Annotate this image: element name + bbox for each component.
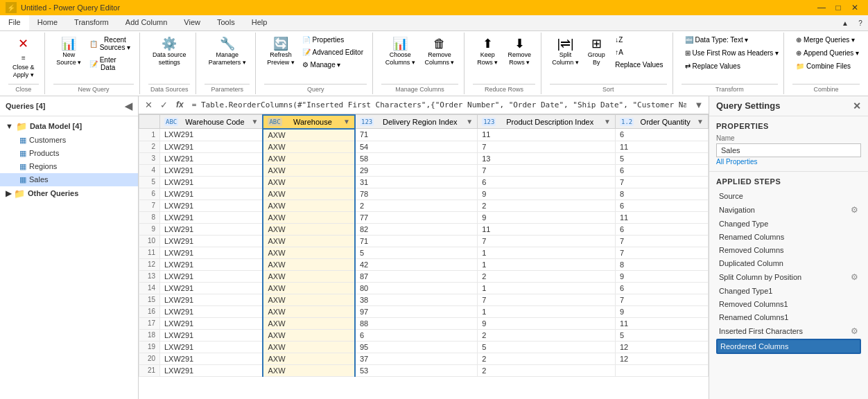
sidebar-item-products[interactable]: ▦ Products <box>0 147 138 160</box>
sort-desc-button[interactable]: ↓Z <box>611 34 666 46</box>
tab-tools[interactable]: Tools <box>209 15 243 30</box>
ribbon-help-icon[interactable]: ? <box>853 15 868 30</box>
row-number: 5 <box>139 176 160 188</box>
replace-values-button[interactable]: ⇄ Replace Values <box>682 60 744 72</box>
use-first-row-button[interactable]: ⊞ Use First Row as Headers ▾ <box>682 47 782 59</box>
col-label-delivery-region: Delivery Region Index <box>383 118 458 126</box>
replace-values-sort-button[interactable]: Replace Values <box>611 59 666 71</box>
replace-values-icon: ⇄ <box>685 62 691 70</box>
step-item[interactable]: Inserted First Characters⚙ <box>716 324 861 338</box>
col-dropdown-2[interactable]: ▼ <box>343 118 350 125</box>
sidebar-item-regions[interactable]: ▦ Regions <box>0 160 138 173</box>
name-input[interactable] <box>716 143 861 157</box>
step-gear-icon[interactable]: ⚙ <box>851 205 858 215</box>
ribbon-collapse-button[interactable]: ▲ <box>837 15 853 30</box>
data-source-settings-button[interactable]: ⚙️ Data sourcesettings <box>148 34 190 70</box>
manage-parameters-button[interactable]: 🔧 ManageParameters ▾ <box>205 34 250 70</box>
formula-input[interactable] <box>189 100 689 109</box>
step-item[interactable]: Source <box>716 190 861 202</box>
cell-value: LXW291 <box>160 188 263 200</box>
close-button[interactable]: ✕ <box>847 0 862 15</box>
tab-file[interactable]: File <box>0 14 29 30</box>
tab-home[interactable]: Home <box>29 15 66 30</box>
col-header-product-desc[interactable]: 123 Product Description Index ▼ <box>478 115 616 129</box>
step-item[interactable]: Changed Type1 <box>716 285 861 297</box>
cell-warehouse: AXW <box>263 282 355 294</box>
ribbon-group-data-sources: ⚙️ Data sourcesettings Data Sources <box>143 33 196 94</box>
data-type-button[interactable]: 🔤 Data Type: Text ▾ <box>682 34 752 46</box>
maximize-button[interactable]: □ <box>831 0 846 15</box>
sidebar-collapse-button[interactable]: ◀ <box>125 100 132 112</box>
step-gear-icon[interactable]: ⚙ <box>851 272 858 282</box>
col-dropdown-4[interactable]: ▼ <box>604 118 611 125</box>
all-properties-link[interactable]: All Properties <box>716 158 757 166</box>
col-dropdown-1[interactable]: ▼ <box>252 118 259 125</box>
col-header-order-qty[interactable]: 1.2 Order Quantity ▼ <box>615 115 708 129</box>
remove-columns-button[interactable]: 🗑 RemoveColumns ▾ <box>421 34 459 70</box>
col-header-warehouse-code[interactable]: ABC Warehouse Code ▼ <box>160 115 263 129</box>
reduce-rows-label: Reduce Rows <box>473 84 535 94</box>
data-grid-container[interactable]: ABC Warehouse Code ▼ ABC Warehouse ▼ <box>139 114 709 399</box>
tab-add-column[interactable]: Add Column <box>117 15 176 30</box>
col-dropdown-5[interactable]: ▼ <box>697 118 704 125</box>
tree-group-data-model[interactable]: ▼ 📁 Data Model [4] <box>0 119 138 134</box>
minimize-button[interactable]: — <box>814 0 829 15</box>
keep-rows-button[interactable]: ⬆ KeepRows ▾ <box>473 34 502 70</box>
data-source-settings-label: Data sourcesettings <box>153 51 186 66</box>
sidebar-item-customers[interactable]: ▦ Customers <box>0 134 138 147</box>
close-apply-icon: ✕≡ <box>18 37 28 62</box>
cell-value: LXW291 <box>160 129 263 141</box>
append-queries-button[interactable]: ⊕ Append Queries ▾ <box>792 47 862 59</box>
step-item[interactable]: Removed Columns1 <box>716 298 861 310</box>
new-source-button[interactable]: 📊 NewSource ▾ <box>53 34 85 70</box>
combine-files-button[interactable]: 📁 Combine Files <box>792 60 854 72</box>
step-item[interactable]: Navigation⚙ <box>716 203 861 217</box>
manage-button[interactable]: ⚙ Manage ▾ <box>299 59 367 71</box>
step-gear-icon[interactable]: ⚙ <box>851 326 858 336</box>
cell-value: 6 <box>615 200 708 211</box>
step-item[interactable]: Duplicated Column <box>716 257 861 269</box>
query-settings-close-button[interactable]: ✕ <box>853 100 861 112</box>
remove-rows-label: RemoveRows ▾ <box>507 51 531 66</box>
cell-warehouse: AXW <box>263 200 355 211</box>
tree-group-other-queries[interactable]: ▶ 📁 Other Queries <box>0 186 138 201</box>
step-item[interactable]: Reordered Columns <box>716 339 861 354</box>
refresh-preview-button[interactable]: 🔄 RefreshPreview ▾ <box>264 34 297 70</box>
formula-accept-button[interactable]: ✓ <box>157 98 171 112</box>
step-item[interactable]: Renamed Columns1 <box>716 311 861 323</box>
ribbon-group-new-query: 📊 NewSource ▾ 📋 RecentSources ▾ 📝 EnterD… <box>48 33 141 94</box>
append-queries-icon: ⊕ <box>796 49 801 57</box>
sidebar-item-sales[interactable]: ▦ Sales <box>0 173 138 186</box>
step-item[interactable]: Removed Columns <box>716 244 861 256</box>
split-column-button[interactable]: |⇌| SplitColumn ▾ <box>550 34 581 70</box>
cell-value: 2 <box>478 353 616 364</box>
formula-expand-button[interactable]: ▼ <box>692 98 706 112</box>
tab-transform[interactable]: Transform <box>66 15 117 30</box>
col-header-warehouse[interactable]: ABC Warehouse ▼ <box>263 115 355 129</box>
remove-rows-button[interactable]: ⬇ RemoveRows ▾ <box>503 34 535 70</box>
advanced-editor-button[interactable]: 📝 Advanced Editor <box>299 46 367 58</box>
sort-asc-button[interactable]: ↑A <box>611 46 666 58</box>
step-item[interactable]: Split Column by Position⚙ <box>716 270 861 284</box>
tab-help[interactable]: Help <box>243 15 276 30</box>
row-number: 3 <box>139 152 160 164</box>
formula-cancel-button[interactable]: ✕ <box>141 98 155 112</box>
data-source-icon: ⚙️ <box>162 37 177 50</box>
step-item[interactable]: Changed Type <box>716 218 861 230</box>
cell-value: 9 <box>478 188 616 200</box>
window-controls[interactable]: — □ ✕ <box>814 0 862 15</box>
close-apply-button[interactable]: ✕≡ Close &Apply ▾ <box>8 34 39 82</box>
step-item[interactable]: Renamed Columns <box>716 231 861 243</box>
tab-view[interactable]: View <box>175 15 209 30</box>
enter-data-button[interactable]: 📝 EnterData <box>86 54 134 73</box>
col-dropdown-3[interactable]: ▼ <box>466 118 473 125</box>
advanced-editor-label: Advanced Editor <box>313 48 363 56</box>
cell-value: 5 <box>615 152 708 164</box>
merge-queries-button[interactable]: ⊕ Merge Queries ▾ <box>792 34 858 46</box>
group-by-button[interactable]: ⊞ GroupBy <box>582 34 610 70</box>
col-header-delivery-region[interactable]: 123 Delivery Region Index ▼ <box>355 115 478 129</box>
properties-button[interactable]: 📄 Properties <box>299 34 367 46</box>
choose-columns-button[interactable]: 📊 ChooseColumns ▾ <box>381 34 419 70</box>
right-panel: Query Settings ✕ PROPERTIES Name All Pro… <box>709 96 868 399</box>
recent-sources-button[interactable]: 📋 RecentSources ▾ <box>86 34 134 53</box>
